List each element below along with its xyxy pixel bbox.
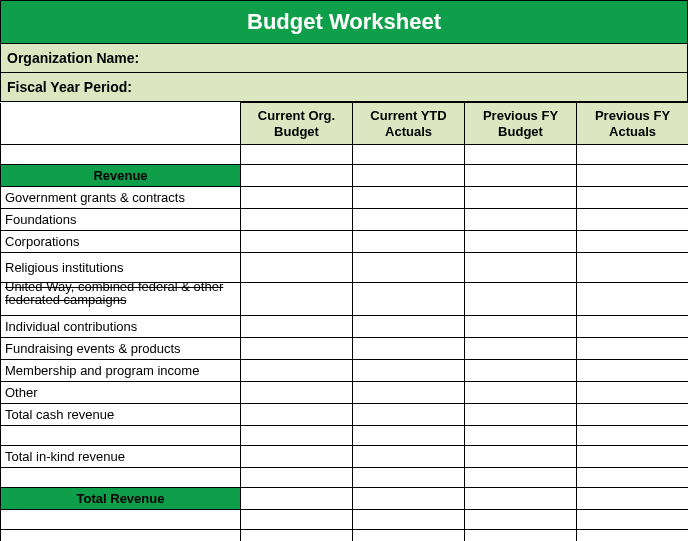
revenue-section-header: Revenue	[1, 165, 241, 187]
header-current-ytd-actuals: Current YTD Actuals	[353, 103, 465, 145]
cell[interactable]	[241, 468, 353, 488]
cell[interactable]	[241, 209, 353, 231]
table-row[interactable]: Foundations	[1, 209, 689, 231]
table-row[interactable]: Membership and program income	[1, 360, 689, 382]
cell[interactable]	[465, 446, 577, 468]
row-label	[1, 426, 241, 446]
cell[interactable]	[353, 253, 465, 283]
cell[interactable]	[465, 404, 577, 426]
spacer-row	[1, 145, 689, 165]
table-row[interactable]: Total in-kind revenue	[1, 446, 689, 468]
total-revenue-header: Total Revenue	[1, 488, 241, 510]
cell[interactable]	[577, 404, 689, 426]
row-label: Fundraising events & products	[1, 338, 241, 360]
row-label: Total cash revenue	[1, 404, 241, 426]
table-row[interactable]: Fundraising events & products	[1, 338, 689, 360]
row-label: Total in-kind revenue	[1, 446, 241, 468]
cell[interactable]	[353, 426, 465, 446]
row-label: Foundations	[1, 209, 241, 231]
budget-table: Current Org. Budget Current YTD Actuals …	[0, 102, 688, 541]
cell[interactable]	[577, 209, 689, 231]
cell[interactable]	[577, 338, 689, 360]
table-row[interactable]	[1, 426, 689, 446]
cell[interactable]	[353, 338, 465, 360]
row-label: Corporations	[1, 231, 241, 253]
row-label: Government grants & contracts	[1, 187, 241, 209]
cell[interactable]	[353, 231, 465, 253]
header-previous-fy-budget: Previous FY Budget	[465, 103, 577, 145]
cell[interactable]	[241, 338, 353, 360]
cell[interactable]	[241, 446, 353, 468]
cell[interactable]	[465, 187, 577, 209]
cell[interactable]	[577, 446, 689, 468]
row-label: Membership and program income	[1, 360, 241, 382]
cell[interactable]	[465, 316, 577, 338]
cell[interactable]	[241, 404, 353, 426]
cell[interactable]	[577, 187, 689, 209]
cell[interactable]	[241, 360, 353, 382]
header-previous-fy-actuals: Previous FY Actuals	[577, 103, 689, 145]
cell[interactable]	[577, 231, 689, 253]
spacer-row	[1, 510, 689, 530]
organization-name-label: Organization Name:	[0, 44, 688, 73]
cell[interactable]	[353, 468, 465, 488]
table-row[interactable]: Religious institutions	[1, 253, 689, 283]
cell[interactable]	[353, 316, 465, 338]
cell[interactable]	[465, 360, 577, 382]
cell[interactable]	[241, 187, 353, 209]
cell[interactable]	[353, 382, 465, 404]
table-row[interactable]: Other	[1, 382, 689, 404]
worksheet-title: Budget Worksheet	[0, 0, 688, 44]
cell[interactable]	[577, 360, 689, 382]
cell[interactable]	[577, 283, 689, 316]
column-header-row: Current Org. Budget Current YTD Actuals …	[1, 103, 689, 145]
cell[interactable]	[577, 253, 689, 283]
cell[interactable]	[465, 283, 577, 316]
cell[interactable]	[353, 209, 465, 231]
revenue-section-row: Revenue	[1, 165, 689, 187]
row-label: Other	[1, 382, 241, 404]
cell[interactable]	[577, 316, 689, 338]
cell[interactable]	[353, 360, 465, 382]
cell[interactable]	[465, 253, 577, 283]
cell[interactable]	[577, 426, 689, 446]
table-row[interactable]	[1, 468, 689, 488]
cell[interactable]	[465, 209, 577, 231]
cell[interactable]	[465, 338, 577, 360]
cell[interactable]	[353, 446, 465, 468]
cell[interactable]	[465, 382, 577, 404]
table-row[interactable]: United Way, combined federal & other fed…	[1, 283, 689, 316]
row-label	[1, 468, 241, 488]
cell[interactable]	[465, 468, 577, 488]
cell[interactable]	[241, 231, 353, 253]
table-row[interactable]: Government grants & contracts	[1, 187, 689, 209]
row-label: United Way, combined federal & other fed…	[1, 283, 241, 316]
total-revenue-row: Total Revenue	[1, 488, 689, 510]
header-current-org-budget: Current Org. Budget	[241, 103, 353, 145]
cell[interactable]	[465, 231, 577, 253]
fiscal-year-label: Fiscal Year Period:	[0, 73, 688, 102]
cell[interactable]	[577, 468, 689, 488]
cell[interactable]	[353, 404, 465, 426]
cell[interactable]	[241, 316, 353, 338]
cell[interactable]	[241, 382, 353, 404]
table-row[interactable]: Total cash revenue	[1, 404, 689, 426]
header-empty	[1, 103, 241, 145]
row-label: Individual contributions	[1, 316, 241, 338]
cell[interactable]	[353, 283, 465, 316]
table-row[interactable]: Corporations	[1, 231, 689, 253]
table-row[interactable]: Individual contributions	[1, 316, 689, 338]
cell[interactable]	[241, 426, 353, 446]
cell[interactable]	[577, 382, 689, 404]
row-label: Religious institutions	[1, 253, 241, 283]
cell[interactable]	[241, 253, 353, 283]
spacer-row	[1, 530, 689, 542]
cell[interactable]	[241, 283, 353, 316]
cell[interactable]	[353, 187, 465, 209]
cell[interactable]	[465, 426, 577, 446]
